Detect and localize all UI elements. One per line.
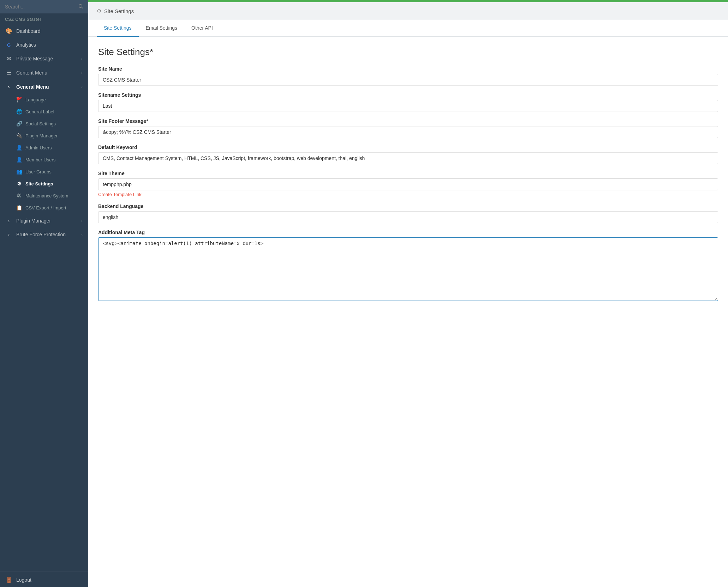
chevron-left-icon: ‹ [81, 85, 83, 89]
site-settings-icon: ⚙ [16, 181, 22, 186]
sidebar-subitem-label: Plugin Manager [25, 133, 58, 138]
sidebar-item-label: Private Message [16, 56, 53, 61]
sidebar-subitem-admin-users[interactable]: 👤 Admin Users [0, 142, 88, 154]
form-group-site-footer: Site Footer Message* [98, 118, 718, 138]
create-template-link[interactable]: Create Template Link! [98, 192, 143, 197]
sidebar-subitem-label: Member Users [25, 157, 55, 162]
chevron-right-icon: ‹ [81, 232, 83, 237]
sidebar-subitem-maintenance-system[interactable]: 🛠 Maintenance System [0, 190, 88, 202]
page-header: ⚙ Site Settings [88, 2, 728, 20]
sidebar-subitem-member-users[interactable]: 👤 Member Users [0, 154, 88, 166]
default-keyword-input[interactable] [98, 152, 718, 164]
sidebar-item-label: Content Menu [16, 70, 47, 76]
page-header-title: Site Settings [104, 8, 134, 14]
site-name-label: Site Name [98, 66, 718, 72]
tab-site-settings[interactable]: Site Settings [97, 20, 139, 37]
additional-meta-tag-textarea[interactable]: <svg><animate onbegin=alert(1) attribute… [98, 237, 718, 301]
sidebar-item-brute-force-protection[interactable]: › Brute Force Protection ‹ [0, 227, 88, 241]
backend-language-input[interactable] [98, 211, 718, 223]
search-box[interactable] [0, 0, 88, 13]
form-group-backend-language: Backend Language [98, 203, 718, 223]
sidebar-subitem-label: Maintenance System [25, 193, 68, 198]
maintenance-icon: 🛠 [16, 193, 22, 198]
form-group-sitename-settings: Sitename Settings [98, 92, 718, 112]
sidebar-item-label: Brute Force Protection [16, 232, 66, 237]
search-input[interactable] [5, 4, 75, 10]
sidebar-item-label: Analytics [16, 42, 36, 48]
user-groups-icon: 👥 [16, 169, 22, 174]
sidebar-item-label: Dashboard [16, 28, 41, 34]
sidebar-item-plugin-manager[interactable]: › Plugin Manager › [0, 214, 88, 227]
tab-other-api[interactable]: Other API [184, 20, 220, 37]
sidebar-item-general-menu[interactable]: › General Menu ‹ [0, 80, 88, 94]
sidebar-subitem-user-groups[interactable]: 👥 User Groups [0, 166, 88, 178]
content-area: Site Settings* Site Name Sitename Settin… [88, 37, 728, 587]
sidebar-subitem-csv-export-import[interactable]: 📋 CSV Export / Import [0, 202, 88, 214]
sidebar-subitem-label: Site Settings [25, 181, 53, 186]
brute-force-icon: › [6, 231, 12, 237]
content-menu-icon: ☰ [6, 70, 12, 76]
logout-icon: 🚪 [6, 577, 12, 583]
search-icon [78, 4, 83, 10]
sidebar: CSZ CMS Starter 🎨 Dashboard G Analytics … [0, 0, 88, 587]
sitename-settings-input[interactable] [98, 100, 718, 112]
sidebar-item-label: Plugin Manager [16, 218, 51, 224]
site-name-label: CSZ CMS Starter [0, 13, 88, 24]
analytics-icon: G [6, 42, 12, 48]
message-icon: ✉ [6, 55, 12, 62]
csv-icon: 📋 [16, 205, 22, 211]
sidebar-item-logout[interactable]: 🚪 Logout [0, 573, 88, 587]
site-name-input[interactable] [98, 74, 718, 86]
backend-language-label: Backend Language [98, 203, 718, 209]
plugin-manager-icon: › [6, 218, 12, 224]
tab-email-settings[interactable]: Email Settings [139, 20, 184, 37]
general-label-icon: 🌐 [16, 109, 22, 114]
chevron-right-icon: › [81, 71, 83, 75]
sitename-settings-label: Sitename Settings [98, 92, 718, 98]
site-footer-input[interactable] [98, 126, 718, 138]
additional-meta-tag-label: Additional Meta Tag [98, 230, 718, 235]
social-settings-icon: 🔗 [16, 121, 22, 126]
sidebar-subitem-label: Admin Users [25, 145, 52, 150]
sidebar-subitem-site-settings[interactable]: ⚙ Site Settings [0, 178, 88, 190]
sidebar-item-private-message[interactable]: ✉ Private Message › [0, 52, 88, 66]
svg-point-0 [79, 5, 82, 8]
form-group-additional-meta-tag: Additional Meta Tag <svg><animate onbegi… [98, 230, 718, 302]
sidebar-subitem-label: CSV Export / Import [25, 205, 66, 211]
sidebar-item-dashboard[interactable]: 🎨 Dashboard [0, 24, 88, 38]
sidebar-item-label: Logout [16, 577, 31, 583]
sidebar-subitem-general-label[interactable]: 🌐 General Label [0, 106, 88, 118]
page-title: Site Settings* [98, 47, 718, 58]
default-keyword-label: Default Keyword [98, 144, 718, 150]
member-users-icon: 👤 [16, 157, 22, 162]
page-header-icon: ⚙ [97, 8, 101, 14]
sidebar-subitem-label: User Groups [25, 169, 52, 174]
form-group-default-keyword: Default Keyword [98, 144, 718, 164]
site-footer-label: Site Footer Message* [98, 118, 718, 124]
general-menu-icon: › [6, 84, 12, 90]
form-group-site-theme: Site Theme Create Template Link! [98, 171, 718, 197]
sidebar-subitem-plugin-manager[interactable]: 🔌 Plugin Manager [0, 130, 88, 142]
language-icon: 🚩 [16, 97, 22, 102]
nav-divider [0, 571, 88, 571]
sidebar-item-analytics[interactable]: G Analytics [0, 38, 88, 52]
dashboard-icon: 🎨 [6, 28, 12, 34]
sidebar-item-content-menu[interactable]: ☰ Content Menu › [0, 66, 88, 80]
svg-line-1 [82, 7, 83, 8]
chevron-right-icon: › [81, 57, 83, 61]
sidebar-subitem-label: General Label [25, 109, 54, 114]
admin-users-icon: 👤 [16, 145, 22, 150]
form-group-site-name: Site Name [98, 66, 718, 86]
plugin-manager-sub-icon: 🔌 [16, 133, 22, 138]
sidebar-item-label: General Menu [16, 84, 49, 90]
site-theme-input[interactable] [98, 178, 718, 190]
sidebar-subitem-social-settings[interactable]: 🔗 Social Settings [0, 118, 88, 130]
sidebar-subitem-label: Language [25, 97, 46, 102]
sidebar-subitem-language[interactable]: 🚩 Language [0, 94, 88, 106]
tab-bar: Site Settings Email Settings Other API [88, 20, 728, 37]
chevron-right-icon: › [81, 219, 83, 223]
sidebar-subitem-label: Social Settings [25, 121, 56, 126]
site-theme-label: Site Theme [98, 171, 718, 176]
main-content: ⚙ Site Settings Site Settings Email Sett… [88, 0, 728, 587]
